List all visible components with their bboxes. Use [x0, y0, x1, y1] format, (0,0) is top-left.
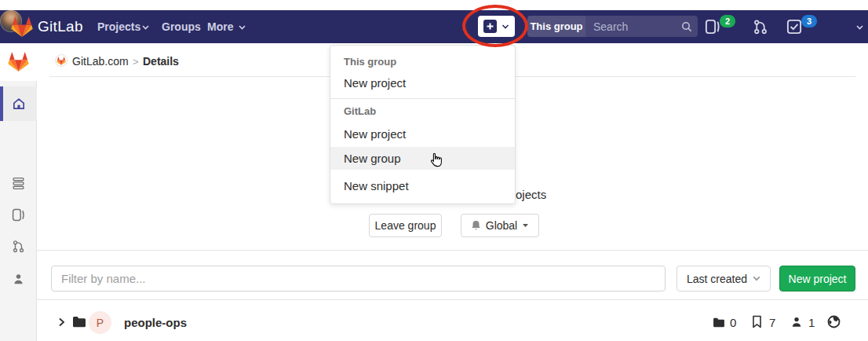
chevron-down-icon	[753, 276, 760, 281]
group-description-fragment: ojects	[516, 188, 546, 201]
projects-bookmark-icon	[752, 315, 762, 328]
plus-icon	[483, 20, 497, 33]
active-indicator-bar	[0, 86, 3, 121]
global-search: This group	[527, 16, 698, 37]
sidebar-logo-area	[0, 43, 37, 81]
home-icon	[12, 97, 26, 111]
brand-title[interactable]: GitLab	[38, 10, 83, 43]
subgroups-count-icon	[713, 317, 725, 328]
chevron-down-icon	[239, 25, 246, 30]
chevron-down-icon	[142, 25, 149, 30]
merge-requests-icon[interactable]	[753, 19, 768, 35]
public-visibility-globe-icon	[827, 315, 841, 328]
gitlab-tanuki-icon[interactable]	[8, 52, 29, 72]
members-count-icon	[790, 316, 803, 328]
members-icon[interactable]	[12, 273, 25, 286]
breadcrumb-current: Details	[143, 55, 179, 68]
subgroups-count: 0	[730, 316, 736, 329]
leave-group-button[interactable]: Leave group	[369, 214, 442, 237]
members-count: 1	[808, 316, 815, 329]
sort-dropdown[interactable]: Last created	[677, 266, 771, 292]
leave-group-label: Leave group	[375, 219, 436, 232]
menu-item-new-snippet[interactable]: New snippet	[330, 174, 515, 197]
todos-count-badge[interactable]: 3	[801, 15, 817, 28]
issues-icon[interactable]	[12, 208, 25, 222]
menu-item-new-project-global[interactable]: New project	[330, 123, 515, 145]
caret-down-icon	[522, 223, 529, 228]
new-project-label: New project	[789, 273, 847, 285]
sidebar-item-overview[interactable]	[0, 86, 37, 121]
dropdown-section-header: This group	[344, 56, 396, 68]
issues-icon[interactable]	[705, 19, 720, 35]
dropdown-section-header: GitLab	[344, 105, 376, 117]
todos-icon[interactable]	[786, 19, 802, 35]
search-icon[interactable]	[681, 21, 692, 32]
menu-item-new-project-group[interactable]: New project	[330, 72, 515, 94]
group-avatar[interactable]: P	[89, 311, 111, 334]
subgroup-folder-icon	[72, 316, 86, 328]
top-navbar: GitLab Projects Groups More This group	[0, 10, 868, 43]
list-divider	[37, 299, 868, 300]
gitlab-logo-icon[interactable]	[11, 16, 33, 37]
nav-groups[interactable]: Groups	[162, 10, 201, 43]
sidebar	[0, 43, 37, 341]
sort-label: Last created	[687, 273, 747, 285]
chevron-down-icon	[501, 24, 509, 29]
nav-projects[interactable]: Projects	[97, 10, 140, 43]
nav-more[interactable]: More	[207, 10, 233, 43]
breadcrumb-group-link[interactable]: GitLab.com	[72, 55, 129, 68]
breadcrumb-separator: >	[133, 56, 139, 68]
filter-by-name-input[interactable]	[51, 266, 666, 292]
dropdown-divider	[330, 98, 515, 99]
breadcrumb-group-avatar[interactable]	[55, 54, 67, 67]
issues-count-badge[interactable]: 2	[720, 15, 735, 28]
section-divider	[37, 250, 868, 251]
notification-setting-label: Global	[486, 219, 517, 232]
new-menu-button[interactable]	[478, 16, 515, 37]
menu-item-new-group[interactable]: New group	[330, 147, 515, 170]
notification-setting-button[interactable]: Global	[461, 214, 539, 237]
group-name-link[interactable]: people-ops	[124, 316, 187, 329]
search-scope-badge[interactable]: This group	[527, 16, 585, 37]
new-menu-dropdown: This group New project GitLab New projec…	[330, 45, 516, 204]
projects-count: 7	[769, 316, 775, 329]
chevron-right-icon[interactable]	[58, 317, 65, 327]
gitlab-page: GitLab Projects Groups More This group	[0, 0, 868, 341]
merge-requests-icon[interactable]	[12, 240, 25, 253]
gitlab-tanuki-icon	[57, 57, 66, 65]
search-field-wrap	[585, 16, 698, 37]
new-project-button[interactable]: New project	[779, 266, 855, 292]
chevron-down-icon[interactable]	[856, 25, 863, 30]
bell-icon	[471, 220, 481, 231]
group-avatar-letter: P	[97, 317, 104, 329]
epics-icon[interactable]	[12, 177, 25, 190]
